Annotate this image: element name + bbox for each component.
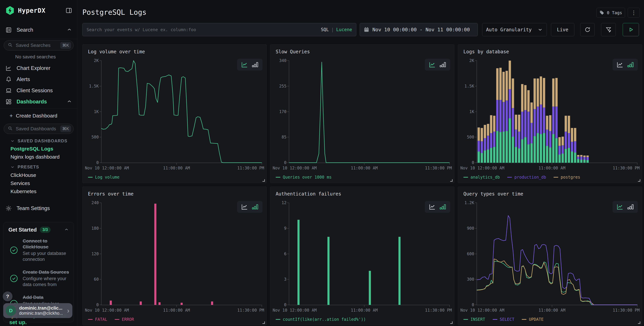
y-axis-tick xyxy=(287,254,289,254)
x-axis-label: Nov 10 12:00:00 AM xyxy=(460,166,504,170)
event-search-bar[interactable]: SQL | Lucene xyxy=(82,23,356,36)
collapse-sidebar-icon[interactable] xyxy=(65,7,73,15)
get-started-item-connect[interactable]: Connect to ClickHouseSet up your databas… xyxy=(4,235,74,266)
gear-icon xyxy=(5,205,12,212)
x-axis-tick xyxy=(364,163,364,165)
chart-plot[interactable]: 1.2K9006003000Nov 10 12:00:00 AM11:00:00… xyxy=(476,203,637,305)
legend-item[interactable]: analytics_db xyxy=(464,175,500,180)
chart-plot[interactable]: 129630Nov 10 12:00:00 AM11:00:00 AM11:30… xyxy=(289,203,450,305)
legend-swatch xyxy=(88,319,93,320)
search-input[interactable] xyxy=(86,27,318,32)
y-axis-label: 500 xyxy=(467,135,474,139)
time-range-picker[interactable]: Nov 10 00:00:00 - Nov 11 00:00:00 xyxy=(360,23,478,36)
y-axis-label: 2K xyxy=(94,58,99,63)
resize-handle-icon[interactable] xyxy=(450,321,452,324)
filter-edit-icon xyxy=(605,27,612,33)
legend-item[interactable]: Log volume xyxy=(88,175,120,180)
query-language-toggle[interactable]: SQL | Lucene xyxy=(321,27,352,32)
tags-button[interactable]: 0 Tags xyxy=(596,8,625,18)
y-axis-label: 0 xyxy=(284,302,286,307)
legend-item[interactable]: INSERT xyxy=(464,317,485,322)
sql-toggle[interactable]: SQL xyxy=(321,27,329,32)
chart-plot[interactable]: 2K1.5K1K5000Nov 10 12:00:00 AM11:00:00 A… xyxy=(476,61,637,163)
sidebar-preset-clickhouse[interactable]: ClickHouse xyxy=(10,172,36,178)
saved-searches-input[interactable] xyxy=(16,43,60,48)
y-axis-label: 340 xyxy=(279,58,286,63)
chart-explorer-icon xyxy=(5,65,12,72)
resize-handle-icon[interactable] xyxy=(262,321,265,324)
chart-legend: analytics_dbproduction_dbpostgres xyxy=(464,175,580,180)
sidebar-preset-kubernetes[interactable]: Kubernetes xyxy=(10,189,36,194)
y-axis-tick xyxy=(475,254,477,254)
user-menu[interactable]: D dominic.tran@clic... dominic.tran@clic… xyxy=(3,303,72,318)
legend-swatch xyxy=(507,177,512,178)
legend-item[interactable]: production_db xyxy=(507,175,546,180)
y-axis-label: 180 xyxy=(92,226,99,231)
sidebar-item-team-settings[interactable]: Team Settings xyxy=(0,203,77,213)
granularity-dropdown[interactable]: Auto Granularity xyxy=(482,23,547,36)
saved-dashboards-input[interactable] xyxy=(16,126,60,132)
sidebar-item-client-sessions[interactable]: Client Sessions xyxy=(0,86,77,96)
saved-searches-search[interactable]: ⌘K xyxy=(4,40,74,51)
chart-plot[interactable]: 240180120600Nov 10 12:00:00 AM11:00:00 A… xyxy=(101,203,262,305)
create-dashboard-button[interactable]: + Create Dashboard xyxy=(10,112,57,119)
legend-swatch xyxy=(276,177,280,178)
legend-label: production_db xyxy=(514,175,546,180)
resize-handle-icon[interactable] xyxy=(638,321,640,324)
refresh-button[interactable] xyxy=(580,23,594,36)
sidebar-preset-services[interactable]: Services xyxy=(10,180,30,186)
section-saved-dashboards[interactable]: SAVED DASHBOARDS xyxy=(10,138,67,143)
chart-legend: FATALERROR xyxy=(88,317,134,322)
laptop-icon xyxy=(5,87,12,94)
legend-item[interactable]: Queries over 1000 ms xyxy=(276,175,332,180)
y-axis-tick xyxy=(287,162,289,163)
resize-handle-icon[interactable] xyxy=(262,179,265,182)
chevron-up-icon[interactable] xyxy=(64,227,69,233)
sidebar-dashboard-nginx[interactable]: Nginx logs dashboard xyxy=(10,154,60,160)
x-axis-label: 11:00:00 AM xyxy=(351,308,378,313)
saved-dashboards-search[interactable]: ⌘K xyxy=(4,124,74,134)
search-page-icon xyxy=(5,27,12,34)
bell-icon xyxy=(5,76,12,83)
y-axis-tick xyxy=(100,86,102,86)
x-axis-label: 11:30:00 PM xyxy=(613,308,640,313)
app-root: HyperDX Search ⌘K No saved searches Char… xyxy=(0,0,644,326)
sidebar-item-search[interactable]: Search xyxy=(0,25,77,35)
y-axis-label: 900 xyxy=(467,226,474,231)
y-axis-label: 120 xyxy=(92,251,99,256)
legend-item[interactable]: ERROR xyxy=(115,317,134,322)
help-button[interactable]: ? xyxy=(3,291,12,301)
filter-button[interactable] xyxy=(601,23,616,36)
x-axis-tick xyxy=(176,305,177,307)
refresh-icon xyxy=(584,27,591,33)
chart-plot[interactable]: 340255170850Nov 10 12:00:00 AM11:00:00 A… xyxy=(289,61,450,163)
sidebar-item-chart-explorer[interactable]: Chart Explorer xyxy=(0,63,77,73)
legend-item[interactable]: SELECT xyxy=(493,317,514,322)
legend-item[interactable]: FATAL xyxy=(88,317,107,322)
sidebar-item-dashboards[interactable]: Dashboards xyxy=(0,97,77,107)
chart-plot[interactable]: 2K1.5K1K5000Nov 10 12:00:00 AM11:00:00 A… xyxy=(101,61,262,163)
resize-handle-icon[interactable] xyxy=(638,179,640,182)
sidebar-dashboard-postgresql-logs[interactable]: PostgreSQL Logs xyxy=(10,146,53,152)
sidebar-item-alerts[interactable]: Alerts xyxy=(0,75,77,84)
y-axis-tick xyxy=(100,61,102,61)
get-started-item-sources[interactable]: Create Data SourcesConfigure where your … xyxy=(4,266,74,291)
panel-menu-button[interactable]: ⋮ xyxy=(628,8,640,18)
legend-item[interactable]: UPDATE xyxy=(522,317,544,322)
y-axis-label: 12 xyxy=(282,200,286,205)
x-axis-tick xyxy=(637,305,638,307)
lucene-toggle[interactable]: Lucene xyxy=(336,27,352,32)
legend-item[interactable]: countIf(like(arr..ation failed%')) xyxy=(276,317,366,322)
section-presets[interactable]: PRESETS xyxy=(10,165,39,169)
legend-item[interactable]: postgres xyxy=(554,175,580,180)
shortcut-badge: ⌘K xyxy=(60,125,71,132)
y-axis-tick xyxy=(287,305,289,305)
avatar: D xyxy=(6,305,16,316)
run-query-button[interactable] xyxy=(623,23,639,36)
y-axis-tick xyxy=(287,86,289,86)
legend-label: analytics_db xyxy=(470,175,500,180)
resize-handle-icon[interactable] xyxy=(450,179,452,182)
live-button[interactable]: Live xyxy=(551,23,574,36)
search-icon xyxy=(8,42,13,48)
divider xyxy=(0,108,77,109)
